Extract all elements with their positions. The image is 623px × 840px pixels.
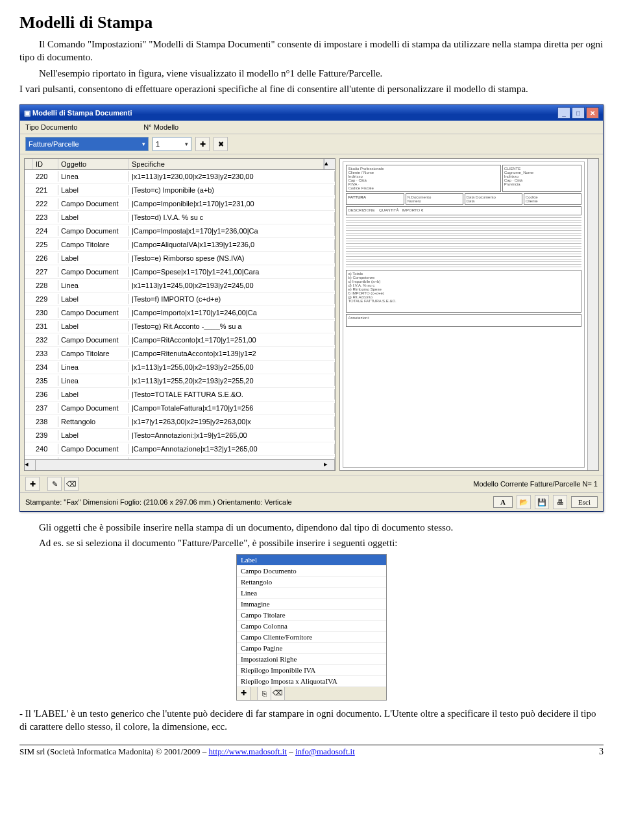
- edit-object-button[interactable]: ✎: [47, 477, 62, 491]
- preview-header-left: Studio ProfessionaleCliente / NomeIndiri…: [346, 165, 500, 192]
- minimize-button[interactable]: _: [557, 107, 570, 119]
- table-row[interactable]: 229Label|Testo=f) IMPORTO (c+d+e): [25, 293, 335, 306]
- scroll-up-icon[interactable]: ▴: [324, 159, 335, 169]
- dropdown-item[interactable]: Campo Titolare: [237, 610, 386, 621]
- nmodello-combo[interactable]: 1 ▾: [153, 137, 191, 151]
- dropdown-item[interactable]: Impostazioni Righe: [237, 654, 386, 665]
- col-id[interactable]: ID: [33, 159, 58, 169]
- tipodoc-label: Tipo Documento: [25, 123, 77, 131]
- nmodello-label: N° Modello: [143, 123, 178, 131]
- erase-object-button[interactable]: ⌫: [64, 477, 79, 491]
- table-row[interactable]: 226Label|Testo=e) Rimborso spese (NS.IVA…: [25, 252, 335, 265]
- window-title: ▣ Modelli di Stampa Documenti: [24, 109, 132, 117]
- open-button[interactable]: 📂: [517, 495, 531, 509]
- table-row[interactable]: 234Linea|x1=113|y1=255,00|x2=193|y2=255,…: [25, 361, 335, 374]
- dropdown-item[interactable]: Rettangolo: [237, 577, 386, 588]
- cell-id: 239: [33, 430, 58, 440]
- add-model-button[interactable]: ✚: [195, 137, 210, 151]
- table-row[interactable]: 240Campo Document|Campo=Annotazione|x1=3…: [25, 442, 335, 456]
- cell-id: 220: [33, 171, 58, 182]
- cell-oggetto: Linea: [58, 362, 129, 372]
- col-oggetto[interactable]: Oggetto: [58, 159, 129, 169]
- table-row[interactable]: 239Label|Testo=Annotazioni:|x1=9|y1=265,…: [25, 429, 335, 442]
- col-specifiche[interactable]: Specifiche: [129, 159, 324, 169]
- table-row[interactable]: 233Campo Titolare|Campo=RitenutaAcconto|…: [25, 347, 335, 361]
- table-row[interactable]: 223Label|Testo=d) I.V.A. % su c: [25, 211, 335, 224]
- h-scrollbar[interactable]: ◂ ▸: [25, 459, 335, 470]
- preview-date: Data DocumentoData: [465, 193, 522, 205]
- footer-url[interactable]: http://www.madosoft.it: [208, 747, 287, 756]
- page-number: 3: [599, 747, 604, 757]
- filter-inputs: Fatture/Parcelle ▾ 1 ▾ ✚ ✖: [20, 134, 603, 154]
- new-object-button[interactable]: ✚: [25, 477, 40, 491]
- preview-pane: Studio ProfessionaleCliente / NomeIndiri…: [339, 158, 599, 471]
- model-current-text: Modello Corrente Fatture/Parcelle N= 1: [473, 480, 598, 488]
- preview-totals: a) Totaleb) Competenzec) Imponibile (a+b…: [346, 270, 581, 313]
- cell-id: 225: [33, 239, 58, 250]
- table-row[interactable]: 228Linea|x1=113|y1=245,00|x2=193|y2=245,…: [25, 279, 335, 293]
- dropdown-item[interactable]: Label: [237, 555, 386, 566]
- cell-specifiche: |Campo=RitAcconto|x1=170|y1=251,00: [129, 335, 335, 345]
- print-button[interactable]: 🖶: [553, 495, 567, 509]
- cell-id: 228: [33, 280, 58, 291]
- cell-oggetto: Campo Titolare: [58, 239, 129, 250]
- footer-email[interactable]: info@madosoft.it: [295, 747, 355, 756]
- after-p1: Gli oggetti che è possibile inserire nel…: [19, 521, 604, 534]
- cell-specifiche: |x1=7|y1=263,00|x2=195|y2=263,00|x: [129, 416, 335, 427]
- dropdown-item[interactable]: Immagine: [237, 599, 386, 610]
- preview-desc: DESCRIZIONE QUANTITÀ IMPORTO €: [346, 206, 581, 215]
- font-button[interactable]: A: [493, 496, 513, 508]
- cell-id: 240: [33, 444, 58, 454]
- dropdown-item[interactable]: Riepilogo Imposta x AliquotaIVA: [237, 676, 386, 687]
- cell-oggetto: Label: [58, 294, 129, 304]
- scroll-left-icon[interactable]: ◂: [25, 460, 36, 470]
- table-row[interactable]: 225Campo Titolare|Campo=AliquotaIVA|x1=1…: [25, 238, 335, 252]
- cell-specifiche: |Testo=f) IMPORTO (c+d+e): [129, 294, 335, 304]
- table-row[interactable]: 235Linea|x1=113|y1=255,20|x2=193|y2=255,…: [25, 374, 335, 388]
- tipodoc-value: Fatture/Parcelle: [29, 140, 79, 148]
- delete-model-button[interactable]: ✖: [214, 137, 228, 151]
- maximize-button[interactable]: □: [572, 107, 585, 119]
- table-row[interactable]: 222Campo Document|Campo=Imponibile|x1=17…: [25, 197, 335, 211]
- table-row[interactable]: 231Label|Testo=g) Rit.Acconto -____% su …: [25, 320, 335, 333]
- dropdown-item[interactable]: Campo Cliente/Fornitore: [237, 632, 386, 643]
- dropdown-item[interactable]: Riepilogo Imponibile IVA: [237, 665, 386, 676]
- esci-button[interactable]: Esci: [571, 496, 598, 508]
- table-row[interactable]: 227Campo Document|Campo=Spese|x1=170|y1=…: [25, 265, 335, 279]
- dropdown-item[interactable]: Campo Documento: [237, 566, 386, 577]
- cell-oggetto: Linea: [58, 171, 129, 182]
- dd-copy-button[interactable]: ⎘: [258, 687, 271, 700]
- dd-clear-button[interactable]: ⌫: [271, 687, 285, 700]
- table-row[interactable]: 237Campo Document|Campo=TotaleFattura|x1…: [25, 402, 335, 415]
- chevron-down-icon: ▾: [185, 141, 188, 147]
- nmodello-value: 1: [156, 140, 160, 148]
- preview-scrollbar[interactable]: [587, 159, 598, 470]
- cell-id: 238: [33, 416, 58, 427]
- chevron-down-icon: ▾: [142, 141, 145, 147]
- preview-header-right: CLIENTECognome_NomeIndirizzoCap · CittàP…: [502, 165, 581, 192]
- objects-grid[interactable]: ID Oggetto Specifiche ▴ 220Linea|x1=113|…: [24, 158, 336, 471]
- dropdown-item[interactable]: Campo Pagine: [237, 643, 386, 654]
- table-row[interactable]: 236Label|Testo=TOTALE FATTURA S.E.&O.: [25, 388, 335, 402]
- table-row[interactable]: 238Rettangolo|x1=7|y1=263,00|x2=195|y2=2…: [25, 415, 335, 429]
- scroll-right-icon[interactable]: ▸: [324, 460, 335, 470]
- cell-specifiche: |Campo=Importo|x1=170|y1=246,00|Ca: [129, 307, 335, 318]
- table-row[interactable]: 230Campo Document|Campo=Importo|x1=170|y…: [25, 306, 335, 320]
- cell-specifiche: |Testo=c) Imponibile (a+b): [129, 185, 335, 195]
- cell-specifiche: |x1=113|y1=255,20|x2=193|y2=255,20: [129, 376, 335, 386]
- dropdown-item[interactable]: Campo Colonna: [237, 621, 386, 632]
- table-row[interactable]: 220Linea|x1=113|y1=230,00|x2=193|y2=230,…: [25, 170, 335, 184]
- cell-id: 224: [33, 226, 58, 236]
- close-button[interactable]: ✕: [586, 107, 599, 119]
- table-row[interactable]: 224Campo Document|Campo=Imposta|x1=170|y…: [25, 224, 335, 238]
- preview-num: N.DocumentoNumero: [406, 193, 463, 205]
- table-row[interactable]: 232Campo Document|Campo=RitAcconto|x1=17…: [25, 333, 335, 347]
- cell-id: 235: [33, 376, 58, 386]
- dropdown-item[interactable]: Linea: [237, 588, 386, 599]
- cell-oggetto: Label: [58, 212, 129, 222]
- dd-add-button[interactable]: ✚: [237, 687, 250, 700]
- tipodoc-combo[interactable]: Fatture/Parcelle ▾: [25, 137, 149, 151]
- table-row[interactable]: 221Label|Testo=c) Imponibile (a+b): [25, 184, 335, 197]
- save-button[interactable]: 💾: [535, 495, 549, 509]
- cell-id: 226: [33, 253, 58, 263]
